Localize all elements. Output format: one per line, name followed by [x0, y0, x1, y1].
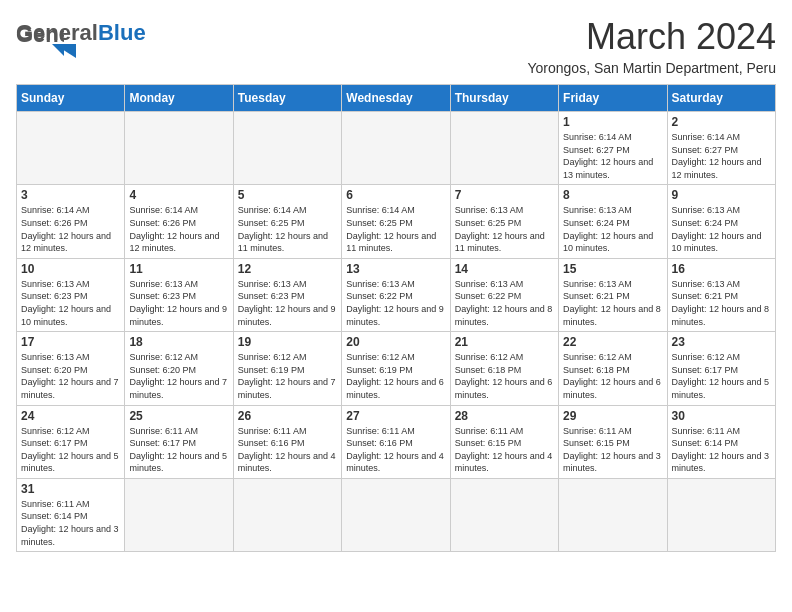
calendar-cell	[342, 112, 450, 185]
calendar-header-row: SundayMondayTuesdayWednesdayThursdayFrid…	[17, 85, 776, 112]
calendar-cell	[17, 112, 125, 185]
day-number: 2	[672, 115, 771, 129]
day-number: 7	[455, 188, 554, 202]
day-number: 12	[238, 262, 337, 276]
logo-blue-text: Blue	[98, 20, 146, 45]
header-sunday: Sunday	[17, 85, 125, 112]
calendar-cell	[450, 112, 558, 185]
day-info: Sunrise: 6:13 AM Sunset: 6:21 PM Dayligh…	[672, 278, 771, 328]
day-number: 15	[563, 262, 662, 276]
calendar-cell	[450, 478, 558, 551]
day-number: 22	[563, 335, 662, 349]
day-number: 18	[129, 335, 228, 349]
day-number: 5	[238, 188, 337, 202]
day-info: Sunrise: 6:13 AM Sunset: 6:23 PM Dayligh…	[238, 278, 337, 328]
calendar-cell: 6Sunrise: 6:14 AM Sunset: 6:25 PM Daylig…	[342, 185, 450, 258]
calendar-cell: 24Sunrise: 6:12 AM Sunset: 6:17 PM Dayli…	[17, 405, 125, 478]
day-number: 27	[346, 409, 445, 423]
calendar-cell: 26Sunrise: 6:11 AM Sunset: 6:16 PM Dayli…	[233, 405, 341, 478]
calendar-cell	[667, 478, 775, 551]
day-info: Sunrise: 6:13 AM Sunset: 6:20 PM Dayligh…	[21, 351, 120, 401]
day-number: 21	[455, 335, 554, 349]
day-number: 6	[346, 188, 445, 202]
day-number: 10	[21, 262, 120, 276]
calendar-cell: 1Sunrise: 6:14 AM Sunset: 6:27 PM Daylig…	[559, 112, 667, 185]
day-number: 1	[563, 115, 662, 129]
calendar-cell: 20Sunrise: 6:12 AM Sunset: 6:19 PM Dayli…	[342, 332, 450, 405]
day-info: Sunrise: 6:14 AM Sunset: 6:26 PM Dayligh…	[21, 204, 120, 254]
day-info: Sunrise: 6:11 AM Sunset: 6:16 PM Dayligh…	[346, 425, 445, 475]
day-number: 13	[346, 262, 445, 276]
day-info: Sunrise: 6:13 AM Sunset: 6:24 PM Dayligh…	[563, 204, 662, 254]
calendar-cell: 21Sunrise: 6:12 AM Sunset: 6:18 PM Dayli…	[450, 332, 558, 405]
day-info: Sunrise: 6:13 AM Sunset: 6:23 PM Dayligh…	[129, 278, 228, 328]
header-saturday: Saturday	[667, 85, 775, 112]
calendar-cell: 30Sunrise: 6:11 AM Sunset: 6:14 PM Dayli…	[667, 405, 775, 478]
day-info: Sunrise: 6:14 AM Sunset: 6:27 PM Dayligh…	[563, 131, 662, 181]
calendar-cell	[125, 112, 233, 185]
calendar-cell: 12Sunrise: 6:13 AM Sunset: 6:23 PM Dayli…	[233, 258, 341, 331]
day-info: Sunrise: 6:14 AM Sunset: 6:25 PM Dayligh…	[238, 204, 337, 254]
day-info: Sunrise: 6:14 AM Sunset: 6:27 PM Dayligh…	[672, 131, 771, 181]
day-info: Sunrise: 6:14 AM Sunset: 6:25 PM Dayligh…	[346, 204, 445, 254]
day-info: Sunrise: 6:13 AM Sunset: 6:25 PM Dayligh…	[455, 204, 554, 254]
day-number: 28	[455, 409, 554, 423]
calendar-cell	[342, 478, 450, 551]
day-info: Sunrise: 6:12 AM Sunset: 6:17 PM Dayligh…	[21, 425, 120, 475]
calendar-cell: 9Sunrise: 6:13 AM Sunset: 6:24 PM Daylig…	[667, 185, 775, 258]
calendar-cell: 27Sunrise: 6:11 AM Sunset: 6:16 PM Dayli…	[342, 405, 450, 478]
calendar-cell	[559, 478, 667, 551]
day-info: Sunrise: 6:11 AM Sunset: 6:16 PM Dayligh…	[238, 425, 337, 475]
day-number: 17	[21, 335, 120, 349]
title-area: March 2024 Yorongos, San Martin Departme…	[527, 16, 776, 76]
header-wednesday: Wednesday	[342, 85, 450, 112]
logo-underline-triangle	[16, 44, 76, 58]
day-number: 20	[346, 335, 445, 349]
calendar-cell: 13Sunrise: 6:13 AM Sunset: 6:22 PM Dayli…	[342, 258, 450, 331]
day-info: Sunrise: 6:11 AM Sunset: 6:14 PM Dayligh…	[672, 425, 771, 475]
location-title: Yorongos, San Martin Department, Peru	[527, 60, 776, 76]
calendar-cell: 2Sunrise: 6:14 AM Sunset: 6:27 PM Daylig…	[667, 112, 775, 185]
day-info: Sunrise: 6:11 AM Sunset: 6:14 PM Dayligh…	[21, 498, 120, 548]
day-info: Sunrise: 6:11 AM Sunset: 6:15 PM Dayligh…	[455, 425, 554, 475]
day-info: Sunrise: 6:12 AM Sunset: 6:19 PM Dayligh…	[346, 351, 445, 401]
header-thursday: Thursday	[450, 85, 558, 112]
page-header: General GeneralBlue March 2024 Yorongos,…	[16, 16, 776, 76]
calendar-cell: 23Sunrise: 6:12 AM Sunset: 6:17 PM Dayli…	[667, 332, 775, 405]
calendar-cell: 7Sunrise: 6:13 AM Sunset: 6:25 PM Daylig…	[450, 185, 558, 258]
day-number: 25	[129, 409, 228, 423]
calendar-table: SundayMondayTuesdayWednesdayThursdayFrid…	[16, 84, 776, 552]
logo-general-text: General	[16, 20, 98, 45]
day-info: Sunrise: 6:12 AM Sunset: 6:19 PM Dayligh…	[238, 351, 337, 401]
month-title: March 2024	[527, 16, 776, 58]
day-info: Sunrise: 6:12 AM Sunset: 6:20 PM Dayligh…	[129, 351, 228, 401]
day-number: 9	[672, 188, 771, 202]
header-friday: Friday	[559, 85, 667, 112]
header-tuesday: Tuesday	[233, 85, 341, 112]
calendar-cell: 14Sunrise: 6:13 AM Sunset: 6:22 PM Dayli…	[450, 258, 558, 331]
calendar-cell: 31Sunrise: 6:11 AM Sunset: 6:14 PM Dayli…	[17, 478, 125, 551]
calendar-cell: 11Sunrise: 6:13 AM Sunset: 6:23 PM Dayli…	[125, 258, 233, 331]
week-row-1: 1Sunrise: 6:14 AM Sunset: 6:27 PM Daylig…	[17, 112, 776, 185]
calendar-cell: 3Sunrise: 6:14 AM Sunset: 6:26 PM Daylig…	[17, 185, 125, 258]
calendar-cell: 18Sunrise: 6:12 AM Sunset: 6:20 PM Dayli…	[125, 332, 233, 405]
week-row-2: 3Sunrise: 6:14 AM Sunset: 6:26 PM Daylig…	[17, 185, 776, 258]
day-info: Sunrise: 6:12 AM Sunset: 6:17 PM Dayligh…	[672, 351, 771, 401]
calendar-cell: 16Sunrise: 6:13 AM Sunset: 6:21 PM Dayli…	[667, 258, 775, 331]
day-number: 16	[672, 262, 771, 276]
calendar-cell: 15Sunrise: 6:13 AM Sunset: 6:21 PM Dayli…	[559, 258, 667, 331]
day-info: Sunrise: 6:12 AM Sunset: 6:18 PM Dayligh…	[563, 351, 662, 401]
week-row-4: 17Sunrise: 6:13 AM Sunset: 6:20 PM Dayli…	[17, 332, 776, 405]
calendar-cell: 10Sunrise: 6:13 AM Sunset: 6:23 PM Dayli…	[17, 258, 125, 331]
day-number: 3	[21, 188, 120, 202]
day-info: Sunrise: 6:13 AM Sunset: 6:22 PM Dayligh…	[346, 278, 445, 328]
calendar-cell: 28Sunrise: 6:11 AM Sunset: 6:15 PM Dayli…	[450, 405, 558, 478]
day-info: Sunrise: 6:13 AM Sunset: 6:21 PM Dayligh…	[563, 278, 662, 328]
day-number: 14	[455, 262, 554, 276]
day-number: 29	[563, 409, 662, 423]
calendar-cell: 17Sunrise: 6:13 AM Sunset: 6:20 PM Dayli…	[17, 332, 125, 405]
day-number: 11	[129, 262, 228, 276]
calendar-cell: 25Sunrise: 6:11 AM Sunset: 6:17 PM Dayli…	[125, 405, 233, 478]
calendar-cell: 22Sunrise: 6:12 AM Sunset: 6:18 PM Dayli…	[559, 332, 667, 405]
day-number: 24	[21, 409, 120, 423]
